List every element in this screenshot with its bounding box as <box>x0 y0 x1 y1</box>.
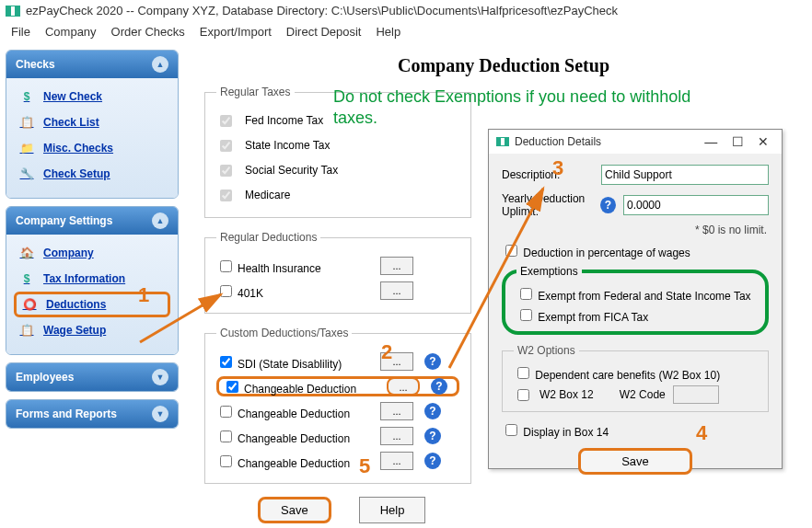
chk-display-box14[interactable] <box>505 424 517 436</box>
w2-code-label: W2 Code <box>620 388 666 401</box>
menu-order-checks[interactable]: Order Checks <box>106 25 191 39</box>
panel-employees: Employees ▼ <box>6 362 179 392</box>
list-icon: 📋 <box>19 116 34 129</box>
menu-direct-deposit[interactable]: Direct Deposit <box>281 25 367 39</box>
menu-company[interactable]: Company <box>40 25 102 39</box>
dialog-title: Deduction Details <box>515 135 601 148</box>
description-label: Description: <box>502 168 594 181</box>
menu-help[interactable]: Help <box>370 25 406 39</box>
chk-sdi[interactable] <box>220 356 232 368</box>
help-icon[interactable]: ? <box>424 403 441 419</box>
minimize-button[interactable]: — <box>699 134 723 149</box>
panel-forms: Forms and Reports ▼ <box>6 399 179 429</box>
description-input[interactable] <box>601 165 769 185</box>
sidebar-item-new-check[interactable]: $New Check <box>6 84 178 109</box>
list-icon: 📋 <box>19 324 34 337</box>
dollar-icon: $ <box>19 90 34 103</box>
edit-health-ins[interactable]: ... <box>380 257 413 275</box>
save-button[interactable]: Save <box>258 497 331 523</box>
chk-medicare <box>220 189 232 201</box>
w2-legend: W2 Options <box>514 344 579 357</box>
sidebar-item-misc-checks[interactable]: 📁Misc. Checks <box>6 135 178 161</box>
chk-ss-tax <box>220 165 232 177</box>
dialog-titlebar[interactable]: Deduction Details — ☐ ✕ <box>489 130 782 154</box>
custom-deductions-legend: Custom Deductions/Taxes <box>216 327 352 339</box>
regular-taxes-legend: Regular Taxes <box>216 86 295 98</box>
chk-cd-3[interactable] <box>220 430 232 442</box>
sidebar-item-company[interactable]: 🏠Company <box>6 240 178 266</box>
help-icon[interactable]: ? <box>424 353 441 370</box>
app-icon <box>6 6 20 17</box>
panel-forms-header[interactable]: Forms and Reports ▼ <box>6 400 178 428</box>
close-button[interactable]: ✕ <box>752 134 774 149</box>
chevron-down-icon: ▼ <box>152 406 168 422</box>
panel-employees-header[interactable]: Employees ▼ <box>6 363 178 391</box>
title-bar: ezPayCheck 2020 -- Company XYZ, Database… <box>0 0 812 21</box>
menu-export-import[interactable]: Export/Import <box>194 25 277 39</box>
help-button[interactable]: Help <box>359 497 426 523</box>
chk-exempt-fica[interactable] <box>520 309 532 321</box>
exemptions-group: Exemptions Exempt from Federal and State… <box>502 265 769 335</box>
wrench-icon: 🔧 <box>19 167 34 180</box>
chk-w2-box12[interactable] <box>517 389 529 401</box>
folder-icon: 📁 <box>19 142 34 155</box>
sidebar-item-check-setup[interactable]: 🔧Check Setup <box>6 161 178 187</box>
chevron-down-icon: ▼ <box>152 369 168 385</box>
dollar-icon: $ <box>19 272 34 285</box>
maximize-button[interactable]: ☐ <box>726 134 749 149</box>
help-icon[interactable]: ? <box>600 197 616 213</box>
panel-company-settings: Company Settings ▲ 🏠Company $Tax Informa… <box>6 206 179 355</box>
help-icon[interactable]: ? <box>424 453 441 469</box>
sidebar: Checks ▲ $New Check 📋Check List 📁Misc. C… <box>0 44 184 528</box>
menu-bar: File Company Order Checks Export/Import … <box>0 21 812 44</box>
help-icon[interactable]: ? <box>431 378 447 395</box>
chk-percentage[interactable] <box>505 245 517 257</box>
chk-cd-1[interactable] <box>226 381 238 393</box>
w2-code-input <box>673 385 719 404</box>
deduction-details-dialog: Deduction Details — ☐ ✕ Description: Yea… <box>488 129 783 469</box>
menu-file[interactable]: File <box>6 25 36 39</box>
chk-cd-4[interactable] <box>220 455 232 467</box>
page-title: Company Deduction Setup <box>203 55 805 76</box>
edit-sdi[interactable]: ... <box>380 352 413 371</box>
custom-deductions-group: Custom Deductions/Taxes SDI (State Disab… <box>204 327 471 484</box>
edit-401k[interactable]: ... <box>380 281 413 300</box>
uplimit-note: * $0 is no limit. <box>502 224 767 236</box>
sidebar-item-deductions[interactable]: ⭕Deductions <box>14 292 170 317</box>
chk-health-ins[interactable] <box>220 260 232 272</box>
app-title: ezPayCheck 2020 -- Company XYZ, Database… <box>26 4 618 17</box>
edit-cd-3[interactable]: ... <box>380 427 413 445</box>
regular-taxes-group: Regular Taxes Fed Income Tax State Incom… <box>204 86 471 218</box>
w2-options-group: W2 Options Dependent care benefits (W2 B… <box>502 344 769 412</box>
edit-cd-1[interactable]: ... <box>387 377 420 396</box>
panel-checks: Checks ▲ $New Check 📋Check List 📁Misc. C… <box>6 50 179 199</box>
chk-state-income <box>220 140 232 152</box>
exemptions-legend: Exemptions <box>516 265 582 278</box>
regular-deductions-group: Regular Deductions Health Insurance... 4… <box>204 231 471 314</box>
sidebar-item-tax-info[interactable]: $Tax Information <box>6 266 178 292</box>
regular-deductions-legend: Regular Deductions <box>216 231 320 244</box>
uplimit-label: Yearly Deduction Uplimit: <box>502 192 589 218</box>
chevron-up-icon: ▲ <box>152 212 168 229</box>
chk-dep-care[interactable] <box>517 367 529 379</box>
dialog-save-button[interactable]: Save <box>578 448 692 475</box>
home-icon: 🏠 <box>19 247 34 259</box>
chk-exempt-fed-state[interactable] <box>520 288 532 300</box>
help-icon[interactable]: ? <box>424 428 441 444</box>
edit-cd-2[interactable]: ... <box>380 402 413 420</box>
sidebar-item-check-list[interactable]: 📋Check List <box>6 109 178 135</box>
uplimit-input[interactable] <box>623 195 769 215</box>
circle-icon: ⭕ <box>22 298 37 311</box>
chk-fed-income <box>220 115 232 127</box>
chevron-up-icon: ▲ <box>152 56 168 73</box>
chk-401k[interactable] <box>220 285 232 297</box>
edit-cd-4[interactable]: ... <box>380 452 413 470</box>
panel-forms-title: Forms and Reports <box>16 407 117 420</box>
panel-checks-title: Checks <box>16 58 55 71</box>
panel-checks-header[interactable]: Checks ▲ <box>6 51 178 78</box>
chk-cd-2[interactable] <box>220 406 232 418</box>
app-icon <box>496 137 509 146</box>
panel-employees-title: Employees <box>16 371 74 384</box>
panel-company-header[interactable]: Company Settings ▲ <box>6 207 178 235</box>
sidebar-item-wage-setup[interactable]: 📋Wage Setup <box>6 317 178 343</box>
